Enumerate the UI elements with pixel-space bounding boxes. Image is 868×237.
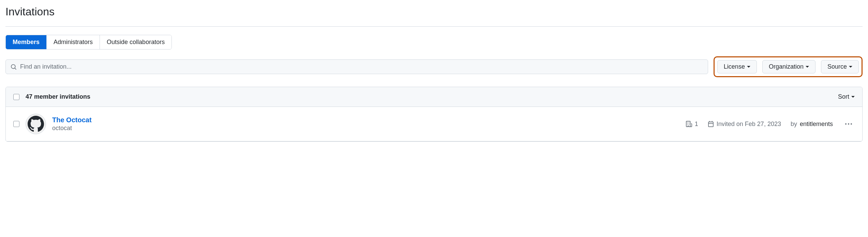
invitations-list: 47 member invitations Sort The Octocat o… xyxy=(5,87,863,142)
invited-by: by entitlements xyxy=(791,121,833,128)
user-info: The Octocat octocat xyxy=(52,116,92,132)
search-filter-row: License Organization Source xyxy=(5,56,863,77)
caret-down-icon xyxy=(851,96,855,98)
filter-organization-button[interactable]: Organization xyxy=(762,60,815,73)
by-value: entitlements xyxy=(800,121,833,128)
list-header-title: 47 member invitations xyxy=(26,93,90,100)
title-divider xyxy=(5,26,863,27)
filter-license-button[interactable]: License xyxy=(717,60,757,73)
user-name-link[interactable]: The Octocat xyxy=(52,116,92,124)
by-label: by xyxy=(791,121,797,128)
row-actions-menu[interactable] xyxy=(842,121,855,127)
invitation-row: The Octocat octocat 1 Invited on Feb 27,… xyxy=(6,107,862,141)
row-meta: 1 Invited on Feb 27, 2023 by entitlement… xyxy=(686,121,855,128)
sort-label: Sort xyxy=(838,93,849,100)
org-count: 1 xyxy=(686,121,698,128)
avatar xyxy=(26,114,46,134)
list-header: 47 member invitations Sort xyxy=(6,87,862,107)
octocat-icon xyxy=(28,116,44,132)
tab-group: Members Administrators Outside collabora… xyxy=(5,35,172,50)
caret-down-icon xyxy=(849,66,852,68)
select-all-checkbox[interactable] xyxy=(13,94,19,100)
org-count-value: 1 xyxy=(695,121,698,128)
invited-date: Invited on Feb 27, 2023 xyxy=(708,121,781,128)
user-handle: octocat xyxy=(52,125,92,132)
filter-source-label: Source xyxy=(827,63,847,70)
sort-button[interactable]: Sort xyxy=(838,93,855,100)
caret-down-icon xyxy=(806,66,809,68)
filter-source-button[interactable]: Source xyxy=(821,60,859,73)
invited-date-value: Invited on Feb 27, 2023 xyxy=(717,121,781,128)
tab-administrators[interactable]: Administrators xyxy=(47,35,100,49)
caret-down-icon xyxy=(747,66,750,68)
tab-members[interactable]: Members xyxy=(6,35,47,49)
tab-outside-collaborators[interactable]: Outside collaborators xyxy=(100,35,171,49)
page-title: Invitations xyxy=(5,5,863,21)
filter-group-highlighted: License Organization Source xyxy=(714,56,863,77)
organization-icon xyxy=(686,121,692,127)
filter-organization-label: Organization xyxy=(769,63,804,70)
search-box[interactable] xyxy=(5,59,708,74)
calendar-icon xyxy=(708,121,714,127)
row-checkbox[interactable] xyxy=(13,121,19,127)
search-input[interactable] xyxy=(20,63,703,70)
search-icon xyxy=(11,64,17,70)
filter-license-label: License xyxy=(724,63,745,70)
